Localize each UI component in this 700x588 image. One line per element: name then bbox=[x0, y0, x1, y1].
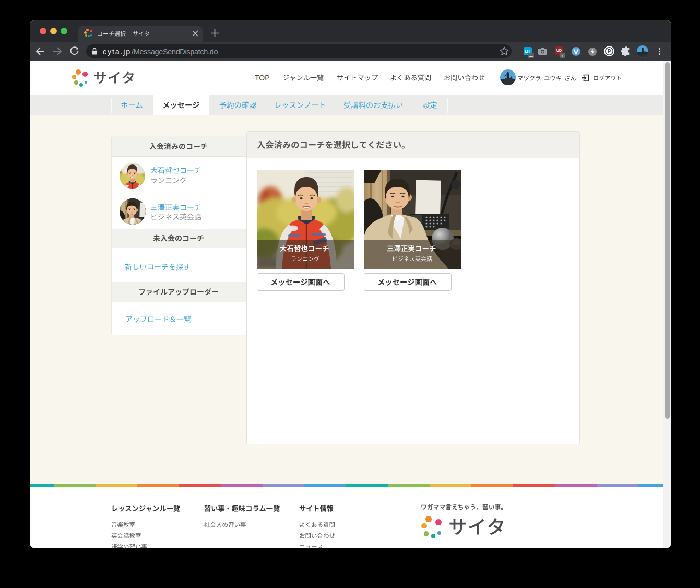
svg-text:UD: UD bbox=[556, 49, 562, 52]
svg-text:P: P bbox=[608, 49, 611, 54]
